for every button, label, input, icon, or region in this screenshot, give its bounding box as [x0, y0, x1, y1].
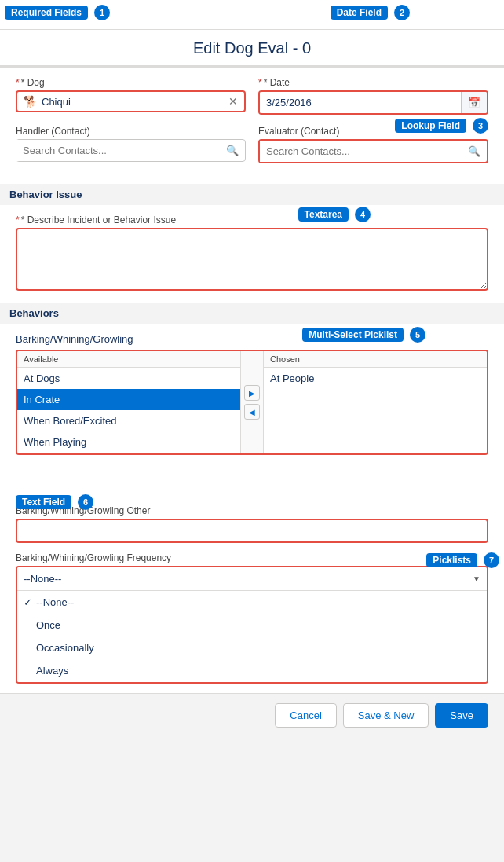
spacer — [16, 543, 488, 552]
handler-search-icon: 🔍 — [220, 140, 245, 161]
textarea-number: 4 — [355, 207, 371, 222]
incident-textarea[interactable] — [16, 228, 488, 291]
dog-lookup[interactable]: 🐕 ✕ — [16, 90, 246, 112]
behavior-section-header: Behavior Issue — [0, 184, 504, 205]
page-wrapper: Required Fields 1 Date Field 2 Edit Dog … — [0, 0, 504, 737]
form-inner: ** Dog 🐕 ✕ ** Date 📅 — [0, 68, 504, 184]
form-container: ** Dog 🐕 ✕ ** Date 📅 — [0, 68, 504, 693]
calendar-icon[interactable]: 📅 — [461, 92, 487, 113]
date-field-annotation: Date Field 2 — [331, 5, 410, 20]
list-item[interactable]: In Crate — [17, 389, 240, 410]
handler-evaluator-row-wrapper: Lookup Field 3 Handler (Contact) 🔍 Ev — [16, 126, 488, 163]
date-field-col: ** Date 📅 — [258, 77, 488, 115]
multiselect-badge: Multi-Select Picklist — [302, 328, 404, 342]
dropdown-arrow-icon: ▼ — [473, 574, 480, 583]
save-new-button[interactable]: Save & New — [343, 703, 429, 728]
dog-field-col: ** Dog 🐕 ✕ — [16, 77, 246, 115]
textarea-annotation: Textarea 4 — [298, 207, 371, 222]
multi-select-picklist[interactable]: Available At Dogs In Crate When Bored/Ex… — [16, 350, 488, 455]
move-left-button[interactable]: ◀ — [244, 404, 260, 420]
multiselect-annotation: Multi-Select Picklist 5 — [302, 327, 425, 343]
cancel-button[interactable]: Cancel — [275, 703, 336, 728]
required-fields-number: 1 — [94, 5, 110, 20]
lookup-field-badge: Lookup Field — [395, 119, 466, 133]
dropdown-header-value[interactable]: --None-- ▼ — [17, 567, 487, 591]
evaluator-input[interactable] — [260, 141, 462, 162]
list-item[interactable]: At People — [264, 368, 487, 389]
form-footer: Cancel Save & New Save — [0, 693, 504, 737]
date-field-wrapper[interactable]: 📅 — [258, 90, 488, 115]
dog-date-row: ** Dog 🐕 ✕ ** Date 📅 — [16, 77, 488, 115]
lookup-field-number: 3 — [473, 118, 488, 134]
picklists-badge: Picklists — [426, 553, 477, 567]
chosen-header: Chosen — [264, 351, 487, 368]
behaviors-section-header: Behaviors — [0, 303, 504, 324]
save-button[interactable]: Save — [435, 703, 488, 728]
multiselect-number: 5 — [410, 327, 425, 343]
list-item[interactable]: At Dogs — [17, 368, 240, 389]
lookup-field-annotation: Lookup Field 3 — [395, 118, 488, 134]
dropdown-option[interactable]: Occasionally — [17, 636, 487, 659]
list-item[interactable]: When Bored/Excited — [17, 410, 240, 431]
evaluator-search-icon: 🔍 — [462, 141, 487, 162]
evaluator-search[interactable]: 🔍 — [258, 139, 488, 163]
dropdown-option[interactable]: Always — [17, 659, 487, 682]
frequency-wrapper: Picklists 7 Barking/Whining/Growling Fre… — [16, 552, 488, 684]
dog-input[interactable] — [42, 96, 228, 108]
multiselect-wrapper: Multi-Select Picklist 5 Barking/Whining/… — [16, 333, 488, 455]
handler-search[interactable]: 🔍 — [16, 139, 246, 162]
chosen-list: Chosen At People — [264, 351, 487, 453]
incident-label: ** Describe Incident or Behavior Issue — [16, 215, 488, 226]
text-field-badge: Text Field — [16, 495, 71, 509]
date-label: ** Date — [258, 77, 488, 88]
text-field-wrapper: Text Field 6 Barking/Whining/Growling Ot… — [16, 505, 488, 543]
date-field-number: 2 — [394, 5, 410, 20]
annotation-bar: Required Fields 1 Date Field 2 — [0, 0, 504, 30]
available-list: Available At Dogs In Crate When Bored/Ex… — [17, 351, 240, 453]
list-item[interactable]: When Playing — [17, 431, 240, 453]
picklists-annotation: Picklists 7 — [426, 552, 499, 568]
frequency-dropdown[interactable]: --None-- ▼ --None-- Once Occasionally Al… — [16, 566, 488, 684]
dropdown-option[interactable]: Once — [17, 614, 487, 636]
dropdown-list: --None-- Once Occasionally Always — [17, 591, 487, 682]
handler-input[interactable] — [16, 140, 220, 161]
move-right-button[interactable]: ▶ — [244, 385, 260, 401]
behavior-inner: Textarea 4 ** Describe Incident or Behav… — [0, 205, 504, 303]
date-input[interactable] — [260, 92, 461, 113]
page-title: Edit Dog Eval - 0 — [0, 30, 504, 67]
textarea-wrapper: Textarea 4 ** Describe Incident or Behav… — [16, 215, 488, 293]
picklist-arrows: ▶ ◀ — [240, 351, 264, 453]
available-header: Available — [17, 351, 240, 368]
handler-col: Handler (Contact) 🔍 — [16, 126, 246, 163]
required-fields-annotation: Required Fields 1 — [5, 5, 110, 20]
date-field-badge: Date Field — [331, 6, 388, 20]
clear-icon[interactable]: ✕ — [228, 95, 238, 108]
dropdown-option[interactable]: --None-- — [17, 591, 487, 614]
handler-label: Handler (Contact) — [16, 126, 246, 137]
frequency-label: Barking/Whining/Growling Frequency — [16, 552, 488, 563]
picklists-number: 7 — [484, 552, 499, 568]
other-input[interactable] — [16, 519, 488, 543]
text-field-annotation: Text Field 6 — [16, 494, 93, 510]
behaviors-inner: Multi-Select Picklist 5 Barking/Whining/… — [0, 324, 504, 693]
dog-label: ** Dog — [16, 77, 246, 88]
textarea-badge: Textarea — [298, 207, 349, 222]
dog-icon: 🐕 — [24, 95, 37, 108]
required-fields-badge: Required Fields — [5, 6, 88, 20]
text-field-number: 6 — [78, 494, 93, 510]
